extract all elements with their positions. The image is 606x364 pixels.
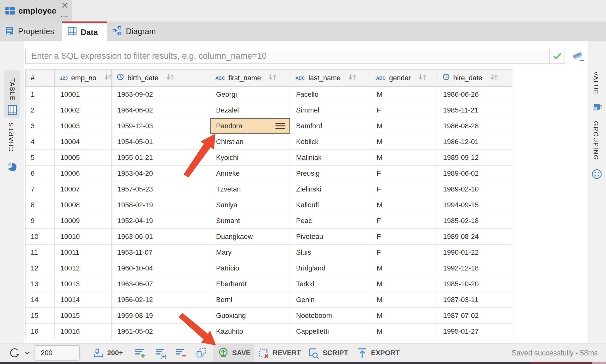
grid-cell[interactable]: F bbox=[371, 213, 437, 229]
grid-cell[interactable]: Koblick bbox=[290, 134, 371, 150]
grid-cell[interactable]: Patricio bbox=[210, 260, 290, 276]
panel-table-button[interactable]: TABLE bbox=[4, 70, 20, 118]
grid-cell[interactable]: 10005 bbox=[55, 150, 112, 166]
grid-cell[interactable]: M bbox=[371, 276, 437, 292]
grid-cell[interactable]: F bbox=[371, 181, 437, 197]
pie-chart-icon[interactable] bbox=[7, 162, 17, 173]
grid-cell[interactable]: 10013 bbox=[55, 276, 112, 292]
export-button[interactable]: EXPORT bbox=[356, 343, 399, 362]
grid-cell[interactable]: 1986-06-26 bbox=[437, 87, 512, 102]
grid-cell[interactable]: 10007 bbox=[55, 181, 112, 197]
column-header-rownum[interactable]: # bbox=[26, 70, 55, 87]
row-number[interactable]: 16 bbox=[26, 324, 55, 339]
grid-cell[interactable]: 10011 bbox=[55, 245, 112, 260]
grid-cell[interactable]: 10010 bbox=[55, 229, 112, 245]
grid-cell[interactable]: 1959-08-19 bbox=[112, 308, 210, 324]
row-number[interactable]: 7 bbox=[26, 181, 55, 197]
sort-icon[interactable] bbox=[268, 73, 277, 83]
sort-icon[interactable] bbox=[348, 73, 357, 83]
grid-cell[interactable]: M bbox=[371, 118, 437, 134]
cell-menu-icon[interactable] bbox=[275, 123, 285, 129]
grid-cell[interactable]: 10002 bbox=[55, 102, 112, 118]
grid-cell[interactable]: Terkki bbox=[290, 276, 371, 292]
grid-cell[interactable]: Kalloufi bbox=[290, 197, 371, 213]
copy-row-button[interactable]: (+) bbox=[155, 343, 167, 362]
grid-cell[interactable]: 1986-12-01 bbox=[437, 134, 512, 150]
grid-cell[interactable]: 1955-01-21 bbox=[112, 150, 210, 166]
row-limit-input[interactable] bbox=[34, 345, 80, 361]
fetch-next-button[interactable]: 200+ bbox=[92, 343, 123, 362]
tab-overflow-icon[interactable]: ... bbox=[61, 11, 68, 19]
grid-cell[interactable]: Anneke bbox=[210, 166, 290, 181]
grid-cell[interactable]: M bbox=[371, 197, 437, 213]
grid-cell[interactable]: Sluis bbox=[290, 245, 371, 260]
grid-cell[interactable]: 1985-02-18 bbox=[437, 213, 512, 229]
tab-diagram[interactable]: Diagram bbox=[107, 21, 167, 41]
grid-cell[interactable]: 1964-06-02 bbox=[112, 102, 210, 118]
refresh-button[interactable] bbox=[8, 343, 30, 362]
tab-employee[interactable]: employee ... bbox=[0, 0, 72, 21]
row-number[interactable]: 3 bbox=[26, 118, 55, 134]
grid-cell[interactable]: 1989-09-12 bbox=[437, 150, 512, 166]
grid-cell[interactable]: Chirstian bbox=[210, 134, 290, 150]
grid-cell[interactable]: 10016 bbox=[55, 324, 112, 339]
sort-icon[interactable] bbox=[489, 73, 499, 83]
row-number[interactable]: 9 bbox=[26, 213, 55, 229]
grid-cell[interactable]: Eberhardt bbox=[210, 276, 290, 292]
grid-cell[interactable]: Kazuhito bbox=[210, 324, 290, 339]
script-button[interactable]: SCRIPT bbox=[307, 343, 348, 362]
grid-cell[interactable]: 1992-12-18 bbox=[437, 260, 512, 276]
grid-cell[interactable]: 1963-06-07 bbox=[112, 276, 210, 292]
sort-icon[interactable] bbox=[103, 73, 112, 83]
grid-cell[interactable]: 1985-10-20 bbox=[437, 276, 512, 292]
grid-cell[interactable]: 1989-06-02 bbox=[437, 166, 512, 181]
sql-filter-input[interactable]: Enter a SQL expression to filter results… bbox=[25, 49, 565, 64]
grid-cell[interactable]: 1987-03-11 bbox=[437, 292, 512, 308]
row-number[interactable]: 5 bbox=[26, 150, 55, 166]
column-header-first_name[interactable]: ABCfirst_name bbox=[210, 70, 290, 87]
grid-cell[interactable]: 10014 bbox=[55, 292, 112, 308]
grid-cell[interactable]: M bbox=[371, 292, 437, 308]
column-header-last_name[interactable]: ABClast_name bbox=[290, 70, 371, 87]
grid-cell[interactable]: 1960-10-04 bbox=[112, 260, 210, 276]
row-number[interactable]: 8 bbox=[26, 197, 55, 213]
grid-cell[interactable]: Genin bbox=[290, 292, 371, 308]
grid-cell[interactable]: 10004 bbox=[55, 134, 112, 150]
revert-button[interactable]: REVERT bbox=[257, 343, 301, 362]
grid-cell[interactable]: Bamford bbox=[290, 118, 371, 134]
grid-cell[interactable]: 1994-09-15 bbox=[437, 197, 512, 213]
grid-cell[interactable]: 10009 bbox=[55, 213, 112, 229]
grid-cell[interactable]: 1987-07-02 bbox=[437, 308, 512, 324]
grid-cell[interactable]: Maliniak bbox=[290, 150, 371, 166]
grid-cell[interactable]: 1989-08-24 bbox=[437, 229, 512, 245]
clear-filter-icon[interactable] bbox=[571, 50, 585, 64]
grid-cell[interactable]: 10008 bbox=[55, 197, 112, 213]
row-number[interactable]: 4 bbox=[26, 134, 55, 150]
grid-cell[interactable]: 10006 bbox=[55, 166, 112, 181]
grid-cell[interactable]: 1986-08-28 bbox=[437, 118, 512, 134]
sort-icon[interactable] bbox=[418, 73, 427, 83]
grid-cell[interactable]: Simmel bbox=[290, 102, 371, 118]
panel-grouping-label[interactable]: GROUPING bbox=[592, 121, 599, 163]
column-header-hire_date[interactable]: hire_date bbox=[437, 70, 512, 87]
grid-cell[interactable]: M bbox=[371, 87, 437, 102]
grid-cell[interactable]: M bbox=[371, 308, 437, 324]
row-number[interactable]: 15 bbox=[26, 308, 55, 324]
panel-charts-label[interactable]: CHARTS bbox=[8, 122, 15, 158]
value-viewer-icon[interactable] bbox=[591, 103, 602, 115]
grid-cell[interactable]: 1990-01-22 bbox=[437, 245, 512, 260]
grid-cell[interactable]: Preusig bbox=[290, 166, 371, 181]
selected-cell[interactable]: Pandora bbox=[210, 118, 290, 134]
row-number[interactable]: 2 bbox=[26, 102, 55, 118]
grid-cell[interactable]: M bbox=[371, 260, 437, 276]
grid-cell[interactable]: F bbox=[371, 229, 437, 245]
panel-value-label[interactable]: VALUE bbox=[592, 71, 599, 102]
grid-cell[interactable]: Tzvetan bbox=[210, 181, 290, 197]
grid-cell[interactable]: 1959-12-03 bbox=[112, 118, 210, 134]
grid-cell[interactable]: M bbox=[371, 324, 437, 339]
grid-cell[interactable]: F bbox=[371, 166, 437, 181]
grid-cell[interactable]: Bridgland bbox=[290, 260, 371, 276]
grid-cell[interactable]: Berni bbox=[210, 292, 290, 308]
grid-cell[interactable]: 10001 bbox=[55, 87, 112, 102]
grid-cell[interactable]: 1953-11-07 bbox=[112, 245, 210, 260]
